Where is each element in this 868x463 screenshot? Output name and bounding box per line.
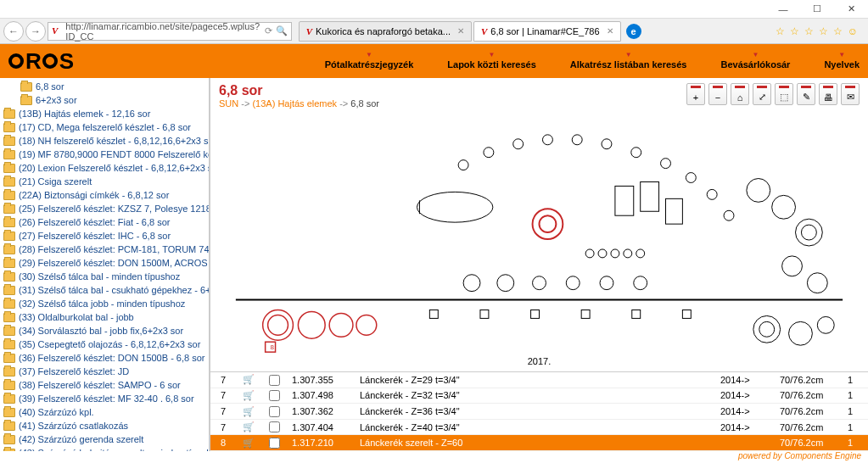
address-bar[interactable]: V http://linamar.ricambio.net/site/pagec…	[48, 22, 292, 41]
folder-icon	[3, 326, 15, 336]
toolbar-button[interactable]: ✉	[841, 83, 860, 105]
cart-icon[interactable]: 🛒	[243, 374, 255, 384]
tree-item[interactable]: (27) Felszerelő készlet: IHC - 6,8 sor	[0, 229, 209, 243]
toolbar-button[interactable]: ⌂	[731, 83, 749, 105]
toolbar-button[interactable]: −	[708, 83, 727, 105]
browser-tab[interactable]: VKukorica és napraforgó betaka...✕	[299, 21, 472, 42]
edge-icon[interactable]: e	[626, 24, 641, 39]
header-nav-item[interactable]: Alkatrész listában keresés	[570, 53, 687, 70]
favorites-row: ☆☆☆☆☆☺	[776, 25, 865, 37]
svg-point-20	[724, 210, 734, 220]
svg-point-27	[782, 256, 803, 276]
tree-item[interactable]: 6,8 sor	[0, 80, 209, 93]
tree-item[interactable]: 6+2x3 sor	[0, 93, 209, 107]
content-pane: 6,8 sor SUN -> (13A) Hajtás elemek -> 6,…	[210, 78, 868, 451]
favorite-star-icon[interactable]: ☆	[833, 25, 843, 37]
breadcrumb-item[interactable]: (13A) Hajtás elemek	[252, 98, 337, 109]
tree-item[interactable]: (31) Szélső tálca bal - csukható gépekhe…	[0, 283, 209, 297]
tree-item[interactable]: (42) Szárzúzó gerenda szerelt	[0, 432, 209, 446]
toolbar-button[interactable]: ✎	[797, 83, 815, 105]
tree-item[interactable]: (18) NH felszerelő készlet - 6,8,12,16,6…	[0, 134, 209, 148]
tree-item[interactable]: (17) CD, Mega felszerelő készlet - 6,8 s…	[0, 120, 209, 134]
favorite-star-icon[interactable]: ☆	[776, 25, 785, 37]
cart-icon[interactable]: 🛒	[243, 438, 255, 448]
favorite-star-icon[interactable]: ☺	[848, 25, 858, 37]
tree-item[interactable]: (32) Szélső tálca jobb - minden típushoz	[0, 297, 209, 310]
site-logo[interactable]: RS	[8, 48, 73, 75]
tree-item[interactable]: (13B) Hajtás elemek - 12,16 sor	[0, 107, 209, 120]
tree-item[interactable]: (34) Sorválasztó bal - jobb fix,6+2x3 so…	[0, 324, 209, 337]
toolbar-button[interactable]: ⬚	[775, 83, 793, 105]
parts-row[interactable]: 8🛒1.317.210Lánckerék szerelt - Z=6070/76…	[210, 435, 868, 451]
favorite-star-icon[interactable]: ☆	[790, 25, 799, 37]
tree-item[interactable]: (26) Felszerelő készlet: Fiat - 6,8 sor	[0, 215, 209, 229]
folder-icon	[3, 204, 15, 214]
svg-rect-40	[480, 310, 489, 318]
svg-point-38	[634, 276, 647, 290]
toolbar-button[interactable]: +	[686, 83, 705, 105]
svg-point-35	[533, 276, 546, 290]
tree-item[interactable]: (35) Csepegtető olajozás - 6,8,12,6+2x3 …	[0, 337, 209, 351]
toolbar-button[interactable]: ⤢	[753, 83, 771, 105]
tab-close-icon[interactable]: ✕	[457, 26, 464, 36]
tree-item[interactable]: (39) Felszerelő készlet: MF 32-40 . 6,8 …	[0, 392, 209, 405]
svg-point-23	[747, 179, 770, 203]
svg-text:8: 8	[271, 343, 275, 351]
tree-item[interactable]: (22A) Biztonsági címkék - 6,8,12 sor	[0, 188, 209, 202]
favorite-star-icon[interactable]: ☆	[804, 25, 814, 37]
tree-item[interactable]: (33) Oldalburkolat bal - jobb	[0, 310, 209, 324]
tree-item[interactable]: (19) MF 8780,9000 FENDT 8000 Felszerelő …	[0, 148, 209, 161]
tree-item[interactable]: (20) Lexion Felszerelő készlet - 6,8,12,…	[0, 161, 209, 175]
svg-point-32	[817, 316, 834, 333]
folder-icon	[3, 381, 15, 390]
browser-tab[interactable]: V6,8 sor | Linamar#CE_786✕	[473, 21, 621, 42]
exploded-diagram[interactable]: 8	[219, 114, 860, 368]
forward-button[interactable]: →	[25, 21, 46, 42]
row-checkbox[interactable]	[269, 375, 280, 386]
parts-row[interactable]: 7🛒1.307.355Lánckerék - Z=29 t=3/4"2014->…	[210, 372, 868, 388]
window-minimize-button[interactable]: —	[766, 0, 800, 19]
parts-row[interactable]: 7🛒1.307.362Lánckerék - Z=36 t=3/4"2014->…	[210, 404, 868, 420]
window-close-button[interactable]: ✕	[834, 0, 868, 19]
svg-point-3	[298, 311, 325, 338]
parts-row[interactable]: 7🛒1.307.404Lánckerék - Z=40 t=3/4"2014->…	[210, 419, 868, 435]
favorite-star-icon[interactable]: ☆	[819, 25, 828, 37]
tree-item[interactable]: (21) Csiga szerelt	[0, 175, 209, 188]
svg-point-36	[566, 276, 580, 290]
refresh-icon[interactable]: ⟳	[265, 25, 272, 36]
header-nav-item[interactable]: Bevásárlókosár	[720, 53, 790, 70]
toolbar-button[interactable]: 🖶	[819, 83, 837, 105]
breadcrumb-item[interactable]: SUN	[219, 98, 238, 109]
tree-item[interactable]: (36) Felszerelő készlet: DON 1500B - 6,8…	[0, 351, 209, 365]
tab-close-icon[interactable]: ✕	[607, 26, 613, 36]
category-tree[interactable]: 6,8 sor6+2x3 sor(13B) Hajtás elemek - 12…	[0, 78, 210, 451]
tree-item[interactable]: (40) Szárzúzó kpl.	[0, 405, 209, 419]
header-nav-item[interactable]: Pótalkatrészjegyzék	[325, 53, 414, 70]
tree-item[interactable]: (30) Szélső tálca bal - minden típushoz	[0, 270, 209, 283]
row-checkbox[interactable]	[269, 421, 280, 432]
tree-item[interactable]: (29) Felszerelő készlet: DON 1500M, ACRO…	[0, 256, 209, 270]
svg-point-49	[598, 249, 607, 258]
row-checkbox[interactable]	[269, 438, 280, 449]
row-checkbox[interactable]	[269, 406, 280, 417]
svg-rect-45	[615, 186, 634, 215]
cart-icon[interactable]: 🛒	[243, 421, 255, 432]
tree-item[interactable]: (25) Felszerelő készlet: KZSZ 7, Polesye…	[0, 202, 209, 215]
svg-rect-41	[531, 310, 540, 318]
favicon-icon: V	[52, 25, 62, 37]
tree-item[interactable]: (41) Szárzúzó csatlakozás	[0, 419, 209, 432]
header-nav-item[interactable]: Nyelvek	[824, 53, 860, 70]
cart-icon[interactable]: 🛒	[243, 406, 255, 416]
tree-item[interactable]: (38) Felszerelő készlet: SAMPO - 6 sor	[0, 378, 209, 392]
header-nav-item[interactable]: Lapok közti keresés	[447, 53, 536, 70]
back-button[interactable]: ←	[3, 21, 24, 42]
search-icon[interactable]: 🔍	[276, 25, 288, 36]
tree-item[interactable]: (28) Felszerelő készlet: PCM-181, TORUM …	[0, 243, 209, 256]
tree-item[interactable]: (37) Felszerelő készlet: JD	[0, 365, 209, 378]
cart-icon[interactable]: 🛒	[243, 390, 255, 400]
row-checkbox[interactable]	[269, 390, 280, 401]
parts-row[interactable]: 7🛒1.307.498Lánckerék - Z=32 t=3/4"2014->…	[210, 388, 868, 404]
tree-item[interactable]: (43) Szárzúzó behajtás szerelt - minden …	[0, 446, 209, 451]
svg-point-5	[356, 315, 377, 335]
window-maximize-button[interactable]: ☐	[800, 0, 834, 19]
